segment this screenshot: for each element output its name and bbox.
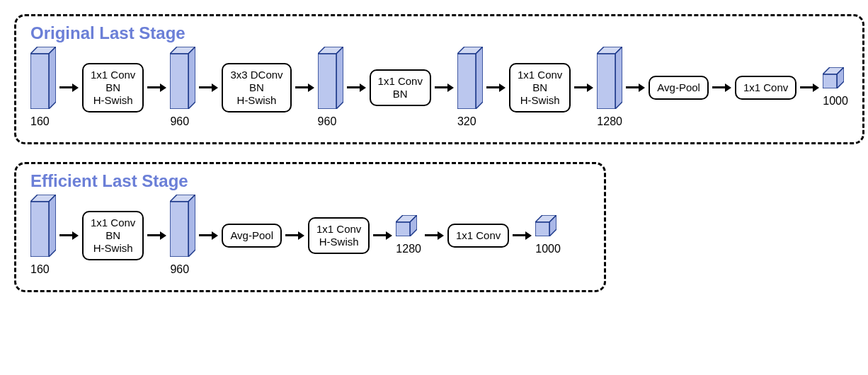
operation-box: Avg-Pool	[222, 224, 282, 248]
tensor-label: 960	[170, 115, 189, 128]
arrow-icon	[712, 83, 731, 92]
arrow-icon	[626, 83, 645, 92]
svg-marker-10	[476, 47, 483, 109]
original-stage-panel: Original Last Stage 1601x1 ConvBNH-Swish…	[14, 14, 864, 144]
tensor-icon	[30, 47, 56, 109]
tensor-label: 960	[170, 263, 189, 276]
svg-marker-11	[457, 54, 476, 109]
op-line: H-Swish	[230, 94, 282, 107]
tensor-block: 160	[30, 47, 56, 128]
arrow-icon	[147, 231, 166, 240]
tensor-label: 320	[457, 115, 476, 128]
operation-box: 3x3 DConvBNH-Swish	[222, 63, 291, 112]
op-line: 3x3 DConv	[230, 69, 282, 81]
op-line: BN	[230, 81, 282, 94]
tensor-label: 160	[30, 263, 50, 276]
op-line: H-Swish	[91, 94, 135, 107]
tensor-block: 1280	[597, 47, 622, 128]
svg-marker-8	[318, 54, 336, 109]
tensor-block: 1000	[535, 215, 561, 255]
arrow-icon	[199, 83, 218, 92]
svg-marker-2	[30, 54, 49, 109]
efficient-flow: 1601x1 ConvBNH-Swish 960Avg-Pool1x1 Conv…	[30, 195, 590, 276]
tensor-icon	[396, 215, 417, 236]
arrow-icon	[59, 231, 79, 240]
tensor-icon	[318, 47, 343, 109]
original-flow: 1601x1 ConvBNH-Swish 9603x3 DConvBNH-Swi…	[30, 47, 848, 128]
op-line: 1x1 Conv	[378, 75, 423, 88]
svg-marker-20	[30, 202, 49, 257]
op-line: H-Swish	[316, 236, 361, 248]
op-line: Avg-Pool	[657, 81, 700, 94]
tensor-block: 960	[170, 195, 195, 276]
svg-marker-17	[823, 74, 837, 88]
efficient-stage-panel: Efficient Last Stage 1601x1 ConvBNH-Swis…	[14, 162, 606, 292]
tensor-block: 960	[318, 47, 343, 128]
tensor-block: 1000	[823, 67, 848, 108]
op-line: 1x1 Conv	[91, 217, 135, 229]
arrow-icon	[486, 83, 506, 92]
arrow-icon	[373, 231, 392, 240]
original-title: Original Last Stage	[30, 23, 848, 43]
tensor-icon	[170, 47, 195, 109]
arrow-icon	[199, 231, 218, 240]
svg-marker-1	[49, 47, 56, 109]
tensor-label: 1000	[823, 95, 848, 108]
arrow-icon	[513, 231, 532, 240]
tensor-icon	[30, 195, 56, 257]
arrow-icon	[285, 231, 304, 240]
op-line: Avg-Pool	[230, 229, 273, 242]
svg-marker-23	[170, 202, 188, 257]
tensor-block: 1280	[396, 215, 421, 255]
op-line: BN	[518, 81, 562, 94]
tensor-label: 1000	[535, 243, 561, 255]
tensor-block: 960	[170, 47, 195, 128]
op-line: 1x1 Conv	[518, 69, 562, 81]
svg-marker-26	[396, 222, 410, 236]
operation-box: 1x1 Conv	[735, 76, 796, 100]
arrow-icon	[800, 83, 819, 92]
svg-marker-13	[615, 47, 622, 109]
operation-box: 1x1 ConvBNH-Swish	[82, 63, 144, 112]
tensor-block: 160	[30, 195, 56, 276]
operation-box: Avg-Pool	[649, 76, 709, 100]
op-line: H-Swish	[518, 94, 562, 107]
svg-marker-5	[170, 54, 188, 109]
arrow-icon	[147, 83, 166, 92]
operation-box: 1x1 Conv	[447, 224, 509, 248]
arrow-icon	[347, 83, 366, 92]
tensor-icon	[457, 47, 483, 109]
operation-box: 1x1 ConvBN	[370, 69, 431, 106]
op-line: 1x1 Conv	[91, 69, 135, 81]
svg-marker-19	[49, 195, 56, 257]
op-line: BN	[91, 81, 135, 94]
arrow-icon	[425, 231, 444, 240]
efficient-title: Efficient Last Stage	[30, 171, 590, 191]
op-line: BN	[378, 88, 423, 100]
op-line: BN	[91, 229, 135, 242]
arrow-icon	[295, 83, 314, 92]
svg-marker-14	[597, 54, 615, 109]
svg-marker-4	[188, 47, 195, 109]
tensor-label: 160	[30, 115, 50, 128]
tensor-icon	[597, 47, 622, 109]
op-line: 1x1 Conv	[456, 229, 501, 242]
operation-box: 1x1 ConvH-Swish	[308, 217, 370, 254]
operation-box: 1x1 ConvBNH-Swish	[82, 211, 144, 260]
tensor-label: 960	[318, 115, 337, 128]
operation-box: 1x1 ConvBNH-Swish	[509, 63, 571, 112]
svg-marker-29	[535, 222, 549, 236]
arrow-icon	[435, 83, 454, 92]
tensor-label: 1280	[597, 115, 622, 128]
tensor-icon	[823, 67, 844, 88]
tensor-icon	[535, 215, 556, 236]
arrow-icon	[574, 83, 593, 92]
tensor-block: 320	[457, 47, 483, 128]
svg-marker-22	[188, 195, 195, 257]
op-line: H-Swish	[91, 242, 135, 255]
svg-marker-7	[336, 47, 343, 109]
arrow-icon	[59, 83, 79, 92]
op-line: 1x1 Conv	[743, 81, 788, 94]
tensor-icon	[170, 195, 195, 257]
op-line: 1x1 Conv	[316, 223, 361, 236]
